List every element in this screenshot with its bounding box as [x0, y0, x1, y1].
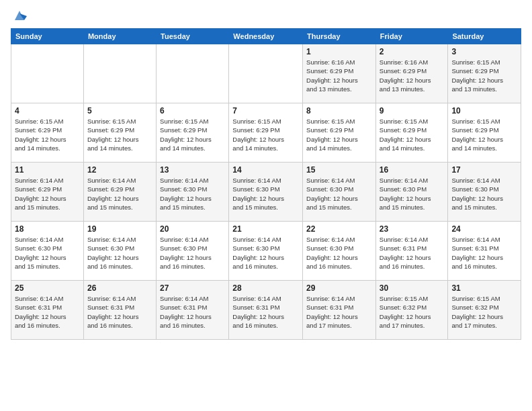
calendar-cell — [229, 44, 303, 103]
day-info: Sunrise: 6:14 AM Sunset: 6:31 PM Dayligh… — [306, 294, 372, 330]
calendar-cell: 21Sunrise: 6:14 AM Sunset: 6:30 PM Dayli… — [229, 222, 303, 281]
day-info: Sunrise: 6:14 AM Sunset: 6:30 PM Dayligh… — [87, 235, 152, 271]
day-info: Sunrise: 6:15 AM Sunset: 6:29 PM Dayligh… — [160, 117, 225, 152]
calendar-cell: 26Sunrise: 6:14 AM Sunset: 6:31 PM Dayli… — [83, 281, 156, 340]
calendar-cell: 10Sunrise: 6:15 AM Sunset: 6:29 PM Dayli… — [448, 103, 521, 163]
day-info: Sunrise: 6:14 AM Sunset: 6:31 PM Dayligh… — [232, 294, 299, 330]
day-info: Sunrise: 6:15 AM Sunset: 6:29 PM Dayligh… — [380, 117, 445, 152]
logo-icon — [12, 8, 27, 23]
weekday-header: Sunday — [11, 29, 84, 44]
day-info: Sunrise: 6:16 AM Sunset: 6:29 PM Dayligh… — [380, 58, 445, 93]
calendar-cell: 28Sunrise: 6:14 AM Sunset: 6:31 PM Dayli… — [229, 281, 303, 340]
calendar-week-row: 1Sunrise: 6:16 AM Sunset: 6:29 PM Daylig… — [11, 44, 521, 103]
day-info: Sunrise: 6:14 AM Sunset: 6:30 PM Dayligh… — [160, 235, 225, 271]
calendar-cell — [83, 44, 156, 103]
calendar-cell: 9Sunrise: 6:15 AM Sunset: 6:29 PM Daylig… — [375, 103, 448, 163]
day-info: Sunrise: 6:14 AM Sunset: 6:29 PM Dayligh… — [87, 176, 152, 212]
calendar-header-row: SundayMondayTuesdayWednesdayThursdayFrid… — [11, 29, 521, 44]
calendar-cell: 1Sunrise: 6:16 AM Sunset: 6:29 PM Daylig… — [303, 44, 376, 103]
header — [11, 8, 521, 23]
day-number: 31 — [451, 283, 517, 293]
day-info: Sunrise: 6:14 AM Sunset: 6:29 PM Dayligh… — [15, 176, 80, 212]
day-number: 25 — [15, 283, 80, 293]
calendar-cell: 23Sunrise: 6:14 AM Sunset: 6:31 PM Dayli… — [375, 222, 448, 281]
calendar-cell: 22Sunrise: 6:14 AM Sunset: 6:30 PM Dayli… — [303, 222, 376, 281]
day-info: Sunrise: 6:14 AM Sunset: 6:31 PM Dayligh… — [380, 235, 445, 271]
calendar-cell: 30Sunrise: 6:15 AM Sunset: 6:32 PM Dayli… — [375, 281, 448, 340]
calendar-cell: 15Sunrise: 6:14 AM Sunset: 6:30 PM Dayli… — [303, 163, 376, 222]
day-number: 17 — [451, 165, 517, 175]
calendar-cell: 5Sunrise: 6:15 AM Sunset: 6:29 PM Daylig… — [83, 103, 156, 163]
day-number: 16 — [380, 165, 445, 175]
day-info: Sunrise: 6:14 AM Sunset: 6:31 PM Dayligh… — [160, 294, 225, 330]
weekday-header: Monday — [83, 29, 156, 44]
day-number: 4 — [15, 106, 80, 116]
calendar-cell — [157, 44, 229, 103]
calendar-cell: 3Sunrise: 6:15 AM Sunset: 6:29 PM Daylig… — [448, 44, 521, 103]
day-number: 27 — [160, 283, 225, 293]
calendar-cell: 13Sunrise: 6:14 AM Sunset: 6:30 PM Dayli… — [157, 163, 229, 222]
day-info: Sunrise: 6:14 AM Sunset: 6:30 PM Dayligh… — [15, 235, 80, 271]
calendar-cell: 2Sunrise: 6:16 AM Sunset: 6:29 PM Daylig… — [375, 44, 448, 103]
day-number: 30 — [380, 283, 445, 293]
calendar-week-row: 25Sunrise: 6:14 AM Sunset: 6:31 PM Dayli… — [11, 281, 521, 340]
day-info: Sunrise: 6:14 AM Sunset: 6:31 PM Dayligh… — [87, 294, 152, 330]
day-number: 26 — [87, 283, 152, 293]
page: SundayMondayTuesdayWednesdayThursdayFrid… — [0, 0, 532, 411]
calendar-week-row: 18Sunrise: 6:14 AM Sunset: 6:30 PM Dayli… — [11, 222, 521, 281]
day-number: 9 — [380, 106, 445, 116]
day-info: Sunrise: 6:16 AM Sunset: 6:29 PM Dayligh… — [306, 58, 372, 93]
calendar-week-row: 4Sunrise: 6:15 AM Sunset: 6:29 PM Daylig… — [11, 103, 521, 163]
day-number: 14 — [232, 165, 299, 175]
calendar-cell: 31Sunrise: 6:15 AM Sunset: 6:32 PM Dayli… — [448, 281, 521, 340]
calendar-cell: 25Sunrise: 6:14 AM Sunset: 6:31 PM Dayli… — [11, 281, 84, 340]
day-info: Sunrise: 6:15 AM Sunset: 6:29 PM Dayligh… — [451, 117, 517, 152]
day-number: 15 — [306, 165, 372, 175]
calendar-cell — [11, 44, 84, 103]
calendar-cell: 4Sunrise: 6:15 AM Sunset: 6:29 PM Daylig… — [11, 103, 84, 163]
weekday-header: Wednesday — [229, 29, 303, 44]
day-info: Sunrise: 6:14 AM Sunset: 6:30 PM Dayligh… — [380, 176, 445, 212]
day-number: 18 — [15, 224, 80, 234]
day-number: 1 — [306, 47, 372, 56]
day-info: Sunrise: 6:14 AM Sunset: 6:30 PM Dayligh… — [306, 176, 372, 212]
day-info: Sunrise: 6:15 AM Sunset: 6:32 PM Dayligh… — [451, 294, 517, 330]
day-number: 19 — [87, 224, 152, 234]
calendar-cell: 27Sunrise: 6:14 AM Sunset: 6:31 PM Dayli… — [157, 281, 229, 340]
day-number: 21 — [232, 224, 299, 234]
day-info: Sunrise: 6:15 AM Sunset: 6:29 PM Dayligh… — [306, 117, 372, 152]
calendar-cell: 24Sunrise: 6:14 AM Sunset: 6:31 PM Dayli… — [448, 222, 521, 281]
day-number: 2 — [380, 47, 445, 56]
day-number: 22 — [306, 224, 372, 234]
calendar-cell: 20Sunrise: 6:14 AM Sunset: 6:30 PM Dayli… — [157, 222, 229, 281]
calendar-cell: 11Sunrise: 6:14 AM Sunset: 6:29 PM Dayli… — [11, 163, 84, 222]
day-info: Sunrise: 6:15 AM Sunset: 6:32 PM Dayligh… — [380, 294, 445, 330]
day-info: Sunrise: 6:14 AM Sunset: 6:31 PM Dayligh… — [451, 235, 517, 271]
day-info: Sunrise: 6:15 AM Sunset: 6:29 PM Dayligh… — [15, 117, 80, 152]
day-info: Sunrise: 6:15 AM Sunset: 6:29 PM Dayligh… — [87, 117, 152, 152]
calendar-cell: 19Sunrise: 6:14 AM Sunset: 6:30 PM Dayli… — [83, 222, 156, 281]
calendar-table: SundayMondayTuesdayWednesdayThursdayFrid… — [11, 28, 521, 340]
day-info: Sunrise: 6:14 AM Sunset: 6:30 PM Dayligh… — [306, 235, 372, 271]
calendar-cell: 8Sunrise: 6:15 AM Sunset: 6:29 PM Daylig… — [303, 103, 376, 163]
calendar-week-row: 11Sunrise: 6:14 AM Sunset: 6:29 PM Dayli… — [11, 163, 521, 222]
day-number: 3 — [451, 47, 517, 56]
calendar-cell: 29Sunrise: 6:14 AM Sunset: 6:31 PM Dayli… — [303, 281, 376, 340]
calendar-cell: 17Sunrise: 6:14 AM Sunset: 6:30 PM Dayli… — [448, 163, 521, 222]
calendar-cell: 14Sunrise: 6:14 AM Sunset: 6:30 PM Dayli… — [229, 163, 303, 222]
day-info: Sunrise: 6:14 AM Sunset: 6:31 PM Dayligh… — [15, 294, 80, 330]
day-number: 20 — [160, 224, 225, 234]
day-info: Sunrise: 6:14 AM Sunset: 6:30 PM Dayligh… — [232, 176, 299, 212]
calendar-cell: 7Sunrise: 6:15 AM Sunset: 6:29 PM Daylig… — [229, 103, 303, 163]
day-info: Sunrise: 6:15 AM Sunset: 6:29 PM Dayligh… — [451, 58, 517, 93]
calendar-cell: 16Sunrise: 6:14 AM Sunset: 6:30 PM Dayli… — [375, 163, 448, 222]
day-number: 12 — [87, 165, 152, 175]
day-info: Sunrise: 6:14 AM Sunset: 6:30 PM Dayligh… — [232, 235, 299, 271]
calendar-cell: 6Sunrise: 6:15 AM Sunset: 6:29 PM Daylig… — [157, 103, 229, 163]
day-number: 28 — [232, 283, 299, 293]
day-number: 13 — [160, 165, 225, 175]
day-info: Sunrise: 6:15 AM Sunset: 6:29 PM Dayligh… — [232, 117, 299, 152]
weekday-header: Tuesday — [157, 29, 229, 44]
day-number: 23 — [380, 224, 445, 234]
day-number: 8 — [306, 106, 372, 116]
